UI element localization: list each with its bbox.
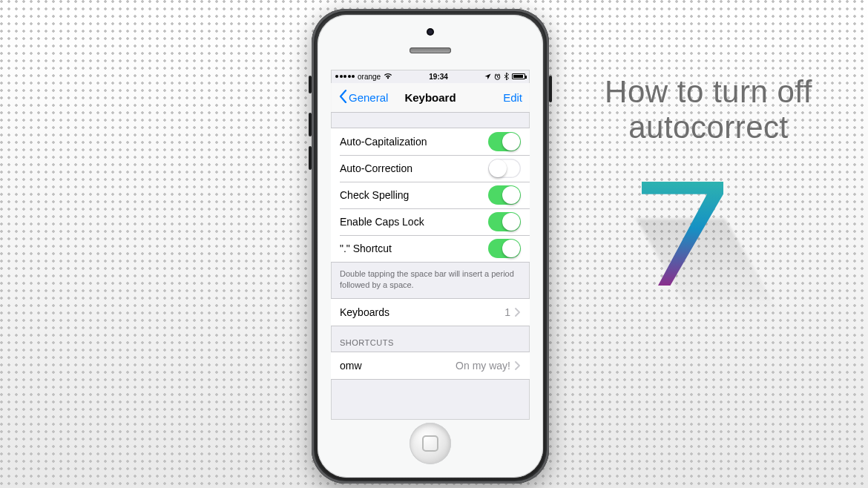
nav-bar: General Keyboard Edit bbox=[331, 83, 530, 113]
page-title: Keyboard bbox=[404, 91, 456, 104]
promo-line-2: autocorrect bbox=[586, 110, 831, 145]
home-button[interactable] bbox=[410, 423, 451, 464]
status-bar: orange 19:34 bbox=[331, 70, 530, 83]
front-camera bbox=[427, 28, 434, 36]
toggle-row-enable-caps-lock: Enable Caps Lock bbox=[331, 208, 530, 235]
earpiece-speaker bbox=[410, 47, 451, 53]
promo-text: How to turn off autocorrect bbox=[586, 74, 831, 145]
shortcuts-group: omwOn my way! bbox=[331, 352, 530, 380]
switch-auto-capitalization[interactable] bbox=[488, 132, 521, 151]
switch-check-spelling[interactable] bbox=[488, 185, 521, 205]
keyboards-row[interactable]: Keyboards 1 bbox=[331, 299, 530, 326]
toggle-row-period-shortcut: "." Shortcut bbox=[331, 235, 530, 262]
wifi-icon bbox=[384, 73, 392, 81]
location-icon bbox=[484, 73, 491, 80]
shortcuts-header: SHORTCUTS bbox=[331, 326, 530, 352]
shortcut-value: On my way! bbox=[456, 360, 510, 372]
battery-icon bbox=[512, 73, 525, 79]
volume-up-button bbox=[309, 113, 312, 136]
switch-enable-caps-lock[interactable] bbox=[488, 212, 521, 231]
screen: orange 19:34 bbox=[331, 70, 530, 420]
keyboard-toggles-group: Auto-CapitalizationAuto-CorrectionCheck … bbox=[331, 128, 530, 263]
status-left: orange bbox=[335, 73, 392, 81]
status-right bbox=[484, 73, 525, 80]
alarm-icon bbox=[494, 73, 501, 80]
keyboards-label: Keyboards bbox=[340, 306, 389, 318]
bluetooth-icon bbox=[504, 73, 509, 80]
back-button[interactable]: General bbox=[338, 90, 388, 105]
silence-switch bbox=[309, 76, 312, 93]
status-time: 19:34 bbox=[429, 73, 448, 81]
back-label: General bbox=[349, 91, 388, 104]
edit-button[interactable]: Edit bbox=[503, 91, 522, 104]
phone-bezel: orange 19:34 bbox=[318, 15, 543, 478]
toggle-row-check-spelling: Check Spelling bbox=[331, 182, 530, 208]
power-button bbox=[549, 76, 552, 102]
signal-strength-icon bbox=[335, 75, 355, 78]
period-shortcut-footer: Double tapping the space bar will insert… bbox=[331, 263, 530, 298]
keyboards-count: 1 bbox=[504, 306, 510, 318]
toggle-label: Check Spelling bbox=[340, 189, 409, 201]
chevron-left-icon bbox=[338, 90, 347, 105]
toggle-row-auto-capitalization: Auto-Capitalization bbox=[331, 128, 530, 155]
keyboards-group: Keyboards 1 bbox=[331, 298, 530, 326]
toggle-row-auto-correction: Auto-Correction bbox=[331, 155, 530, 182]
shortcut-row[interactable]: omwOn my way! bbox=[331, 352, 530, 379]
iphone-chassis: orange 19:34 bbox=[312, 9, 549, 484]
volume-down-button bbox=[309, 146, 312, 170]
toggle-label: Enable Caps Lock bbox=[340, 216, 424, 228]
chevron-right-icon bbox=[515, 361, 521, 370]
shortcut-key: omw bbox=[340, 360, 362, 372]
switch-period-shortcut[interactable] bbox=[488, 239, 521, 258]
toggle-label: "." Shortcut bbox=[340, 243, 392, 254]
carrier-label: orange bbox=[358, 73, 381, 81]
toggle-label: Auto-Capitalization bbox=[340, 136, 427, 148]
chevron-right-icon bbox=[515, 308, 521, 317]
switch-auto-correction[interactable] bbox=[488, 159, 521, 178]
promo-line-1: How to turn off bbox=[586, 74, 831, 110]
toggle-label: Auto-Correction bbox=[340, 162, 412, 174]
ios7-logo bbox=[642, 182, 723, 286]
